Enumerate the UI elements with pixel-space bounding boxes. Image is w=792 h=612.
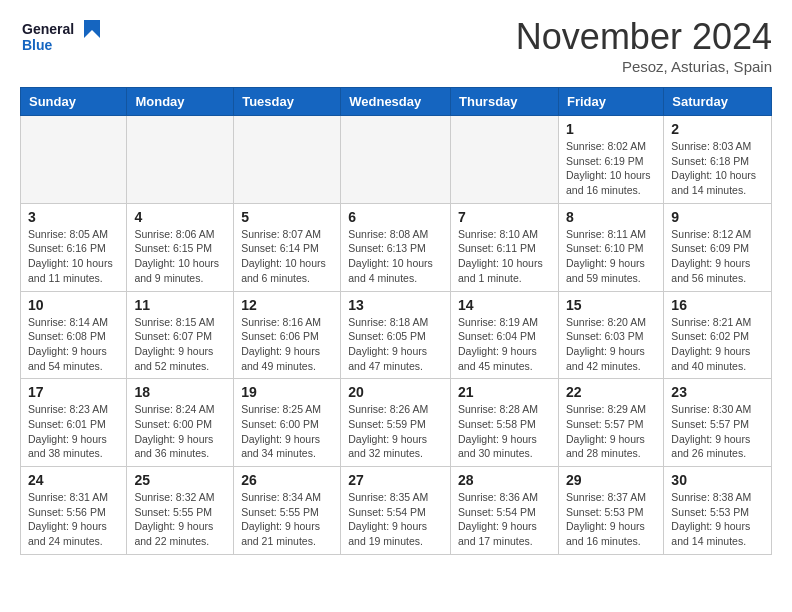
calendar-cell: 11Sunrise: 8:15 AM Sunset: 6:07 PM Dayli…	[127, 291, 234, 379]
weekday-header: Thursday	[451, 88, 559, 116]
day-info: Sunrise: 8:24 AM Sunset: 6:00 PM Dayligh…	[134, 402, 226, 461]
week-row: 24Sunrise: 8:31 AM Sunset: 5:56 PM Dayli…	[21, 467, 772, 555]
weekday-header: Saturday	[664, 88, 772, 116]
calendar-cell: 7Sunrise: 8:10 AM Sunset: 6:11 PM Daylig…	[451, 203, 559, 291]
day-number: 16	[671, 297, 764, 313]
day-info: Sunrise: 8:12 AM Sunset: 6:09 PM Dayligh…	[671, 227, 764, 286]
calendar-cell: 20Sunrise: 8:26 AM Sunset: 5:59 PM Dayli…	[341, 379, 451, 467]
day-info: Sunrise: 8:21 AM Sunset: 6:02 PM Dayligh…	[671, 315, 764, 374]
day-info: Sunrise: 8:30 AM Sunset: 5:57 PM Dayligh…	[671, 402, 764, 461]
day-number: 8	[566, 209, 656, 225]
calendar-cell	[234, 116, 341, 204]
day-info: Sunrise: 8:25 AM Sunset: 6:00 PM Dayligh…	[241, 402, 333, 461]
week-row: 3Sunrise: 8:05 AM Sunset: 6:16 PM Daylig…	[21, 203, 772, 291]
day-number: 3	[28, 209, 119, 225]
day-info: Sunrise: 8:20 AM Sunset: 6:03 PM Dayligh…	[566, 315, 656, 374]
logo-area: General Blue	[20, 16, 100, 64]
calendar-cell: 2Sunrise: 8:03 AM Sunset: 6:18 PM Daylig…	[664, 116, 772, 204]
weekday-header: Sunday	[21, 88, 127, 116]
month-title: November 2024	[516, 16, 772, 58]
day-number: 13	[348, 297, 443, 313]
day-number: 11	[134, 297, 226, 313]
day-info: Sunrise: 8:02 AM Sunset: 6:19 PM Dayligh…	[566, 139, 656, 198]
week-row: 17Sunrise: 8:23 AM Sunset: 6:01 PM Dayli…	[21, 379, 772, 467]
day-info: Sunrise: 8:35 AM Sunset: 5:54 PM Dayligh…	[348, 490, 443, 549]
calendar-cell	[451, 116, 559, 204]
title-area: November 2024 Pesoz, Asturias, Spain	[516, 16, 772, 75]
calendar-cell: 30Sunrise: 8:38 AM Sunset: 5:53 PM Dayli…	[664, 467, 772, 555]
header: General Blue November 2024 Pesoz, Asturi…	[20, 16, 772, 75]
calendar-cell: 12Sunrise: 8:16 AM Sunset: 6:06 PM Dayli…	[234, 291, 341, 379]
day-number: 24	[28, 472, 119, 488]
calendar-cell: 24Sunrise: 8:31 AM Sunset: 5:56 PM Dayli…	[21, 467, 127, 555]
day-info: Sunrise: 8:23 AM Sunset: 6:01 PM Dayligh…	[28, 402, 119, 461]
calendar-cell: 14Sunrise: 8:19 AM Sunset: 6:04 PM Dayli…	[451, 291, 559, 379]
calendar-cell	[341, 116, 451, 204]
day-number: 21	[458, 384, 551, 400]
calendar-cell: 25Sunrise: 8:32 AM Sunset: 5:55 PM Dayli…	[127, 467, 234, 555]
day-info: Sunrise: 8:05 AM Sunset: 6:16 PM Dayligh…	[28, 227, 119, 286]
svg-text:General: General	[22, 21, 74, 37]
calendar-cell: 16Sunrise: 8:21 AM Sunset: 6:02 PM Dayli…	[664, 291, 772, 379]
day-info: Sunrise: 8:31 AM Sunset: 5:56 PM Dayligh…	[28, 490, 119, 549]
day-number: 18	[134, 384, 226, 400]
calendar-cell: 15Sunrise: 8:20 AM Sunset: 6:03 PM Dayli…	[558, 291, 663, 379]
day-number: 5	[241, 209, 333, 225]
calendar-cell	[127, 116, 234, 204]
location: Pesoz, Asturias, Spain	[516, 58, 772, 75]
day-number: 29	[566, 472, 656, 488]
day-info: Sunrise: 8:06 AM Sunset: 6:15 PM Dayligh…	[134, 227, 226, 286]
calendar-cell: 4Sunrise: 8:06 AM Sunset: 6:15 PM Daylig…	[127, 203, 234, 291]
day-info: Sunrise: 8:14 AM Sunset: 6:08 PM Dayligh…	[28, 315, 119, 374]
day-number: 28	[458, 472, 551, 488]
day-number: 30	[671, 472, 764, 488]
logo-svg: General Blue	[20, 16, 100, 60]
svg-text:Blue: Blue	[22, 37, 53, 53]
day-info: Sunrise: 8:19 AM Sunset: 6:04 PM Dayligh…	[458, 315, 551, 374]
weekday-header: Wednesday	[341, 88, 451, 116]
day-number: 25	[134, 472, 226, 488]
calendar-cell: 10Sunrise: 8:14 AM Sunset: 6:08 PM Dayli…	[21, 291, 127, 379]
calendar-cell: 26Sunrise: 8:34 AM Sunset: 5:55 PM Dayli…	[234, 467, 341, 555]
calendar-cell: 8Sunrise: 8:11 AM Sunset: 6:10 PM Daylig…	[558, 203, 663, 291]
day-number: 6	[348, 209, 443, 225]
calendar: SundayMondayTuesdayWednesdayThursdayFrid…	[20, 87, 772, 555]
day-number: 27	[348, 472, 443, 488]
calendar-cell: 28Sunrise: 8:36 AM Sunset: 5:54 PM Dayli…	[451, 467, 559, 555]
calendar-cell: 29Sunrise: 8:37 AM Sunset: 5:53 PM Dayli…	[558, 467, 663, 555]
day-number: 7	[458, 209, 551, 225]
calendar-cell: 6Sunrise: 8:08 AM Sunset: 6:13 PM Daylig…	[341, 203, 451, 291]
calendar-cell: 1Sunrise: 8:02 AM Sunset: 6:19 PM Daylig…	[558, 116, 663, 204]
day-info: Sunrise: 8:28 AM Sunset: 5:58 PM Dayligh…	[458, 402, 551, 461]
day-info: Sunrise: 8:34 AM Sunset: 5:55 PM Dayligh…	[241, 490, 333, 549]
day-info: Sunrise: 8:32 AM Sunset: 5:55 PM Dayligh…	[134, 490, 226, 549]
day-info: Sunrise: 8:36 AM Sunset: 5:54 PM Dayligh…	[458, 490, 551, 549]
day-info: Sunrise: 8:26 AM Sunset: 5:59 PM Dayligh…	[348, 402, 443, 461]
calendar-header-row: SundayMondayTuesdayWednesdayThursdayFrid…	[21, 88, 772, 116]
day-number: 14	[458, 297, 551, 313]
page: General Blue November 2024 Pesoz, Asturi…	[0, 0, 792, 571]
calendar-cell: 27Sunrise: 8:35 AM Sunset: 5:54 PM Dayli…	[341, 467, 451, 555]
day-number: 23	[671, 384, 764, 400]
calendar-cell: 23Sunrise: 8:30 AM Sunset: 5:57 PM Dayli…	[664, 379, 772, 467]
day-number: 1	[566, 121, 656, 137]
day-number: 9	[671, 209, 764, 225]
day-info: Sunrise: 8:07 AM Sunset: 6:14 PM Dayligh…	[241, 227, 333, 286]
day-number: 15	[566, 297, 656, 313]
day-info: Sunrise: 8:03 AM Sunset: 6:18 PM Dayligh…	[671, 139, 764, 198]
calendar-cell: 17Sunrise: 8:23 AM Sunset: 6:01 PM Dayli…	[21, 379, 127, 467]
weekday-header: Tuesday	[234, 88, 341, 116]
calendar-cell: 9Sunrise: 8:12 AM Sunset: 6:09 PM Daylig…	[664, 203, 772, 291]
weekday-header: Friday	[558, 88, 663, 116]
day-info: Sunrise: 8:15 AM Sunset: 6:07 PM Dayligh…	[134, 315, 226, 374]
calendar-cell: 13Sunrise: 8:18 AM Sunset: 6:05 PM Dayli…	[341, 291, 451, 379]
day-number: 10	[28, 297, 119, 313]
day-number: 26	[241, 472, 333, 488]
calendar-cell: 21Sunrise: 8:28 AM Sunset: 5:58 PM Dayli…	[451, 379, 559, 467]
calendar-cell	[21, 116, 127, 204]
day-info: Sunrise: 8:16 AM Sunset: 6:06 PM Dayligh…	[241, 315, 333, 374]
day-info: Sunrise: 8:37 AM Sunset: 5:53 PM Dayligh…	[566, 490, 656, 549]
day-info: Sunrise: 8:08 AM Sunset: 6:13 PM Dayligh…	[348, 227, 443, 286]
day-number: 12	[241, 297, 333, 313]
calendar-cell: 22Sunrise: 8:29 AM Sunset: 5:57 PM Dayli…	[558, 379, 663, 467]
